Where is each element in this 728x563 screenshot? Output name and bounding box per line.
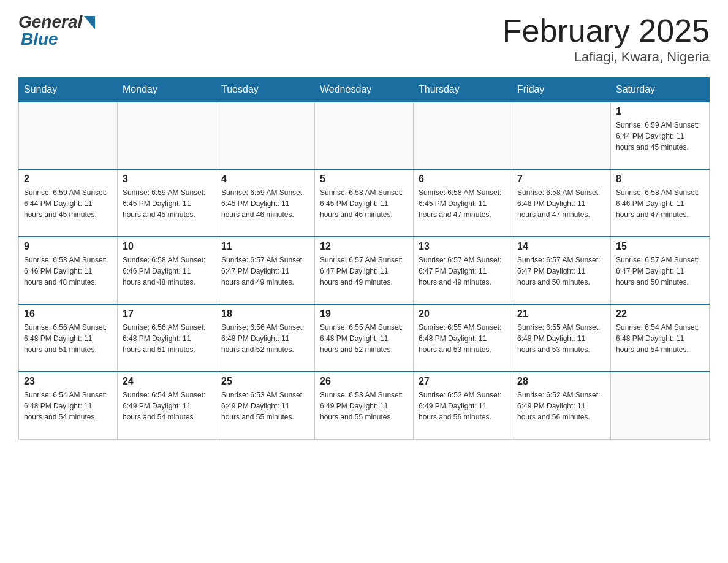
- location: Lafiagi, Kwara, Nigeria: [502, 49, 710, 65]
- day-number: 10: [123, 241, 211, 252]
- day-info: Sunrise: 6:58 AM Sunset: 6:46 PM Dayligh…: [24, 255, 112, 288]
- header-wednesday: Wednesday: [315, 78, 414, 102]
- day-info: Sunrise: 6:56 AM Sunset: 6:48 PM Dayligh…: [24, 322, 112, 355]
- header-thursday: Thursday: [414, 78, 512, 102]
- title-section: February 2025 Lafiagi, Kwara, Nigeria: [502, 12, 710, 65]
- table-row: 1Sunrise: 6:59 AM Sunset: 6:44 PM Daylig…: [611, 102, 710, 169]
- day-info: Sunrise: 6:57 AM Sunset: 6:47 PM Dayligh…: [320, 255, 408, 288]
- table-row: 12Sunrise: 6:57 AM Sunset: 6:47 PM Dayli…: [315, 237, 414, 304]
- day-info: Sunrise: 6:59 AM Sunset: 6:45 PM Dayligh…: [221, 187, 309, 220]
- day-info: Sunrise: 6:55 AM Sunset: 6:48 PM Dayligh…: [517, 322, 605, 355]
- day-info: Sunrise: 6:58 AM Sunset: 6:45 PM Dayligh…: [320, 187, 408, 220]
- day-info: Sunrise: 6:56 AM Sunset: 6:48 PM Dayligh…: [123, 322, 211, 355]
- table-row: 26Sunrise: 6:53 AM Sunset: 6:49 PM Dayli…: [315, 372, 414, 439]
- table-row: [315, 102, 414, 169]
- day-info: Sunrise: 6:58 AM Sunset: 6:45 PM Dayligh…: [419, 187, 507, 220]
- day-info: Sunrise: 6:53 AM Sunset: 6:49 PM Dayligh…: [320, 389, 408, 423]
- day-number: 8: [616, 174, 704, 185]
- day-number: 14: [517, 241, 605, 252]
- calendar-week-row: 23Sunrise: 6:54 AM Sunset: 6:48 PM Dayli…: [19, 372, 710, 439]
- calendar-week-row: 1Sunrise: 6:59 AM Sunset: 6:44 PM Daylig…: [19, 102, 710, 169]
- table-row: 9Sunrise: 6:58 AM Sunset: 6:46 PM Daylig…: [19, 237, 118, 304]
- page-header: General Blue February 2025 Lafiagi, Kwar…: [18, 12, 710, 65]
- table-row: [414, 102, 512, 169]
- day-number: 15: [616, 241, 704, 252]
- day-info: Sunrise: 6:53 AM Sunset: 6:49 PM Dayligh…: [221, 389, 309, 423]
- table-row: 18Sunrise: 6:56 AM Sunset: 6:48 PM Dayli…: [216, 304, 315, 372]
- table-row: 20Sunrise: 6:55 AM Sunset: 6:48 PM Dayli…: [414, 304, 512, 372]
- day-number: 11: [221, 241, 309, 252]
- day-number: 21: [517, 308, 605, 320]
- day-info: Sunrise: 6:57 AM Sunset: 6:47 PM Dayligh…: [616, 255, 704, 288]
- table-row: 23Sunrise: 6:54 AM Sunset: 6:48 PM Dayli…: [19, 372, 118, 439]
- table-row: 5Sunrise: 6:58 AM Sunset: 6:45 PM Daylig…: [315, 169, 414, 237]
- logo-blue-text: Blue: [18, 29, 58, 49]
- table-row: 7Sunrise: 6:58 AM Sunset: 6:46 PM Daylig…: [512, 169, 611, 237]
- day-info: Sunrise: 6:52 AM Sunset: 6:49 PM Dayligh…: [517, 389, 605, 423]
- day-number: 6: [419, 174, 507, 185]
- day-number: 28: [517, 376, 605, 387]
- table-row: 10Sunrise: 6:58 AM Sunset: 6:46 PM Dayli…: [118, 237, 216, 304]
- day-info: Sunrise: 6:58 AM Sunset: 6:46 PM Dayligh…: [517, 187, 605, 220]
- day-info: Sunrise: 6:58 AM Sunset: 6:46 PM Dayligh…: [616, 187, 704, 220]
- table-row: 14Sunrise: 6:57 AM Sunset: 6:47 PM Dayli…: [512, 237, 611, 304]
- calendar-week-row: 9Sunrise: 6:58 AM Sunset: 6:46 PM Daylig…: [19, 237, 710, 304]
- calendar-table: Sunday Monday Tuesday Wednesday Thursday…: [18, 77, 710, 440]
- table-row: 22Sunrise: 6:54 AM Sunset: 6:48 PM Dayli…: [611, 304, 710, 372]
- day-number: 25: [221, 376, 309, 387]
- day-number: 27: [419, 376, 507, 387]
- table-row: [216, 102, 315, 169]
- day-number: 20: [419, 308, 507, 320]
- table-row: 13Sunrise: 6:57 AM Sunset: 6:47 PM Dayli…: [414, 237, 512, 304]
- calendar-week-row: 2Sunrise: 6:59 AM Sunset: 6:44 PM Daylig…: [19, 169, 710, 237]
- table-row: 3Sunrise: 6:59 AM Sunset: 6:45 PM Daylig…: [118, 169, 216, 237]
- table-row: 4Sunrise: 6:59 AM Sunset: 6:45 PM Daylig…: [216, 169, 315, 237]
- day-info: Sunrise: 6:59 AM Sunset: 6:45 PM Dayligh…: [123, 187, 211, 220]
- table-row: [118, 102, 216, 169]
- day-number: 16: [24, 308, 112, 320]
- table-row: 16Sunrise: 6:56 AM Sunset: 6:48 PM Dayli…: [19, 304, 118, 372]
- day-info: Sunrise: 6:52 AM Sunset: 6:49 PM Dayligh…: [419, 389, 507, 423]
- day-number: 5: [320, 174, 408, 185]
- day-number: 3: [123, 174, 211, 185]
- day-number: 26: [320, 376, 408, 387]
- logo-arrow-icon: [84, 16, 95, 29]
- table-row: [611, 372, 710, 439]
- day-info: Sunrise: 6:59 AM Sunset: 6:44 PM Dayligh…: [24, 187, 112, 220]
- table-row: 17Sunrise: 6:56 AM Sunset: 6:48 PM Dayli…: [118, 304, 216, 372]
- table-row: 11Sunrise: 6:57 AM Sunset: 6:47 PM Dayli…: [216, 237, 315, 304]
- header-tuesday: Tuesday: [216, 78, 315, 102]
- day-info: Sunrise: 6:56 AM Sunset: 6:48 PM Dayligh…: [221, 322, 309, 355]
- logo: General Blue: [18, 12, 95, 49]
- header-sunday: Sunday: [19, 78, 118, 102]
- calendar-header-row: Sunday Monday Tuesday Wednesday Thursday…: [19, 78, 710, 102]
- day-number: 19: [320, 308, 408, 320]
- day-info: Sunrise: 6:54 AM Sunset: 6:48 PM Dayligh…: [24, 389, 112, 423]
- day-number: 4: [221, 174, 309, 185]
- day-number: 18: [221, 308, 309, 320]
- day-number: 12: [320, 241, 408, 252]
- day-info: Sunrise: 6:57 AM Sunset: 6:47 PM Dayligh…: [517, 255, 605, 288]
- table-row: 8Sunrise: 6:58 AM Sunset: 6:46 PM Daylig…: [611, 169, 710, 237]
- table-row: 21Sunrise: 6:55 AM Sunset: 6:48 PM Dayli…: [512, 304, 611, 372]
- day-number: 23: [24, 376, 112, 387]
- header-monday: Monday: [118, 78, 216, 102]
- table-row: 27Sunrise: 6:52 AM Sunset: 6:49 PM Dayli…: [414, 372, 512, 439]
- day-info: Sunrise: 6:54 AM Sunset: 6:48 PM Dayligh…: [616, 322, 704, 355]
- day-number: 13: [419, 241, 507, 252]
- table-row: 19Sunrise: 6:55 AM Sunset: 6:48 PM Dayli…: [315, 304, 414, 372]
- table-row: 15Sunrise: 6:57 AM Sunset: 6:47 PM Dayli…: [611, 237, 710, 304]
- day-number: 7: [517, 174, 605, 185]
- day-info: Sunrise: 6:58 AM Sunset: 6:46 PM Dayligh…: [123, 255, 211, 288]
- day-number: 17: [123, 308, 211, 320]
- day-number: 2: [24, 174, 112, 185]
- day-number: 1: [616, 106, 704, 117]
- table-row: [512, 102, 611, 169]
- day-info: Sunrise: 6:55 AM Sunset: 6:48 PM Dayligh…: [320, 322, 408, 355]
- day-info: Sunrise: 6:57 AM Sunset: 6:47 PM Dayligh…: [221, 255, 309, 288]
- header-saturday: Saturday: [611, 78, 710, 102]
- table-row: 25Sunrise: 6:53 AM Sunset: 6:49 PM Dayli…: [216, 372, 315, 439]
- day-info: Sunrise: 6:54 AM Sunset: 6:49 PM Dayligh…: [123, 389, 211, 423]
- table-row: 6Sunrise: 6:58 AM Sunset: 6:45 PM Daylig…: [414, 169, 512, 237]
- table-row: 28Sunrise: 6:52 AM Sunset: 6:49 PM Dayli…: [512, 372, 611, 439]
